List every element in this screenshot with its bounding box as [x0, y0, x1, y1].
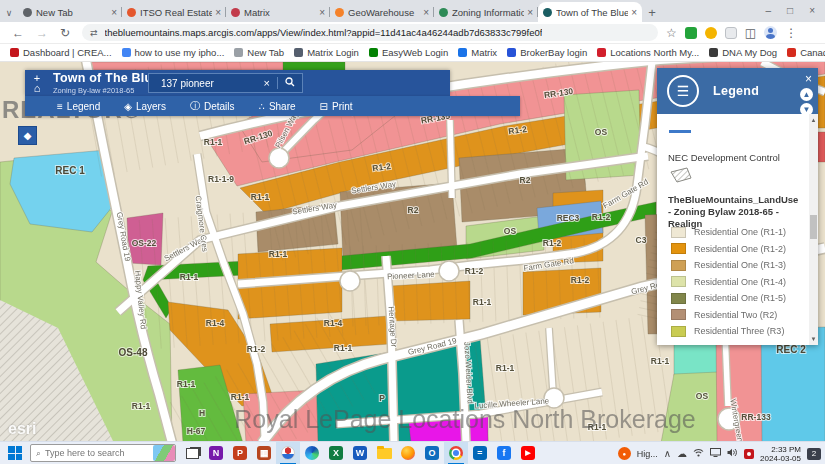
uv-app-icon[interactable]: ●: [618, 447, 631, 460]
bookmark-item[interactable]: Dashboard | CREA...: [10, 47, 112, 58]
home-button[interactable]: ⌂: [29, 83, 45, 93]
profile-avatar[interactable]: [764, 26, 777, 39]
legend-item-list: Residential One (R1-1)Residential One (R…: [671, 224, 801, 340]
taskbar-app-calculator[interactable]: =: [468, 442, 492, 464]
taskbar-app-excel[interactable]: X: [324, 442, 348, 464]
scrollbar-thumb[interactable]: [810, 215, 817, 239]
taskbar-search-box[interactable]: ⌕: [30, 444, 176, 462]
taskbar-app-youtube[interactable]: ▶: [516, 442, 540, 464]
zone-label: R1-1: [132, 401, 151, 411]
browser-tab[interactable]: GeoWarehouse×: [330, 2, 434, 22]
tab-close-icon[interactable]: ×: [631, 7, 637, 18]
zone-label: R1-1: [269, 249, 288, 259]
bookmark-item[interactable]: EasyWeb Login: [369, 47, 448, 58]
extensions-puzzle-icon[interactable]: [725, 27, 737, 39]
taskbar-search-input[interactable]: [41, 448, 153, 458]
toolbar-details-button[interactable]: ⓘDetails: [190, 99, 235, 113]
antivirus-tray-icon[interactable]: [744, 449, 754, 459]
search-clear-icon[interactable]: ×: [257, 77, 278, 89]
taskbar-app-powerpoint[interactable]: P: [228, 442, 252, 464]
taskbar-app-edge[interactable]: [300, 442, 324, 464]
scroll-up-icon[interactable]: ▲: [810, 117, 817, 123]
hidden-icons-chevron-icon[interactable]: ∧: [664, 449, 671, 459]
tab-close-icon[interactable]: ×: [215, 7, 221, 18]
bookmark-item[interactable]: how to use my ipho...: [122, 47, 225, 58]
tab-close-icon[interactable]: ×: [319, 7, 325, 18]
search-highlight-image[interactable]: [153, 445, 175, 461]
toolbar-label: Share: [269, 101, 296, 112]
bookmark-label: how to use my ipho...: [135, 47, 225, 58]
search-input[interactable]: [149, 78, 257, 89]
bookmark-star-icon[interactable]: ☆: [666, 26, 677, 40]
taskbar-app-realtor-app[interactable]: [276, 442, 300, 464]
address-bar[interactable]: ⇄ thebluemountains.maps.arcgis.com/apps/…: [82, 24, 658, 41]
browser-tab[interactable]: Town of The Blue Mountai...×: [538, 2, 642, 22]
taskbar-app-chrome[interactable]: [444, 442, 468, 464]
taskbar-app-outlook[interactable]: O: [420, 442, 444, 464]
tab-close-icon[interactable]: ×: [423, 7, 429, 18]
bookmark-item[interactable]: Locations North My...: [597, 47, 699, 58]
toolbar-layers-button[interactable]: ◈Layers: [124, 101, 166, 112]
extension-orange-icon[interactable]: [705, 27, 717, 39]
back-icon[interactable]: ←: [12, 26, 24, 40]
bookmark-label: DNA My Dog: [722, 47, 777, 58]
minimize-button[interactable]: –: [766, 5, 772, 16]
bookmark-item[interactable]: Matrix: [458, 47, 497, 58]
bookmark-item[interactable]: Canada Revenue Ag...: [787, 47, 825, 58]
search-magnifier-icon[interactable]: [278, 77, 302, 89]
forward-icon[interactable]: →: [36, 26, 48, 40]
side-panel-icon[interactable]: ◫: [745, 26, 756, 40]
toolbar-print-button[interactable]: ⊟Print: [320, 101, 353, 112]
bookmark-favicon: [709, 48, 718, 57]
display-icon[interactable]: [710, 448, 721, 459]
legend-collapse-up-icon[interactable]: ▲: [800, 88, 813, 101]
tray-app-label[interactable]: Hig...: [637, 449, 658, 459]
browser-tab[interactable]: Matrix×: [226, 2, 330, 22]
menu-kebab-icon[interactable]: ⋮: [785, 26, 797, 40]
speaker-icon[interactable]: [727, 448, 738, 459]
locate-button[interactable]: ◆: [18, 126, 37, 145]
toolbar-legend-button[interactable]: ≡Legend: [57, 101, 100, 112]
tab-search-chevron-icon[interactable]: ∨: [0, 4, 18, 22]
bookmark-item[interactable]: BrokerBay login: [507, 47, 587, 58]
bookmark-item[interactable]: DNA My Dog: [709, 47, 777, 58]
tab-label: ITSO Real Estate: [140, 7, 212, 18]
bookmark-label: Dashboard | CREA...: [23, 47, 112, 58]
legend-close-icon[interactable]: ×: [805, 72, 812, 86]
taskbar-app-firefox[interactable]: [396, 442, 420, 464]
taskbar-app-onenote[interactable]: N: [204, 442, 228, 464]
browser-tab[interactable]: ITSO Real Estate×: [122, 2, 226, 22]
tab-close-icon[interactable]: ×: [111, 7, 117, 18]
nec-layer-heading: NEC Development Control: [668, 152, 780, 163]
network-wifi-icon[interactable]: [693, 448, 704, 459]
close-button[interactable]: ×: [809, 5, 815, 16]
start-button[interactable]: [8, 446, 22, 460]
site-info-icon[interactable]: ⇄: [90, 28, 98, 38]
taskbar-clock[interactable]: 2:33 PM 2024-03-05: [760, 445, 801, 463]
toolbar-share-button[interactable]: ∴Share: [259, 101, 296, 112]
zone-label: H-67: [187, 426, 206, 436]
taskbar-app-file-explorer[interactable]: [372, 442, 396, 464]
scroll-down-icon[interactable]: ▼: [810, 336, 817, 342]
taskbar-app-facebook[interactable]: f: [492, 442, 516, 464]
tab-label: New Tab: [36, 7, 108, 18]
bookmark-item[interactable]: New Tab: [234, 47, 284, 58]
taskbar-app-word[interactable]: W: [348, 442, 372, 464]
bookmark-item[interactable]: Matrix Login: [294, 47, 359, 58]
taskbar-app-office-app[interactable]: ▦: [252, 442, 276, 464]
reload-icon[interactable]: ↻: [60, 26, 70, 40]
tab-close-icon[interactable]: ×: [527, 7, 533, 18]
extension-check-icon[interactable]: [685, 27, 697, 39]
map-search-box[interactable]: ×: [148, 73, 303, 93]
browser-tab[interactable]: Zoning Information | Tow...×: [434, 2, 538, 22]
tab-favicon: [543, 8, 552, 17]
new-tab-button[interactable]: +: [642, 2, 662, 22]
taskbar-app-task-view[interactable]: [180, 442, 204, 464]
zone-label: OS-22: [132, 238, 157, 248]
action-center-icon[interactable]: 2: [807, 448, 821, 460]
onedrive-cloud-icon[interactable]: ☁: [677, 449, 687, 459]
maximize-button[interactable]: □: [787, 5, 793, 16]
legend-scrollbar[interactable]: ▲ ▼: [809, 114, 818, 345]
system-tray: ● Hig... ∧ ☁ 2:33 PM 2024-03-05 2: [618, 442, 821, 464]
browser-tab[interactable]: New Tab×: [18, 2, 122, 22]
